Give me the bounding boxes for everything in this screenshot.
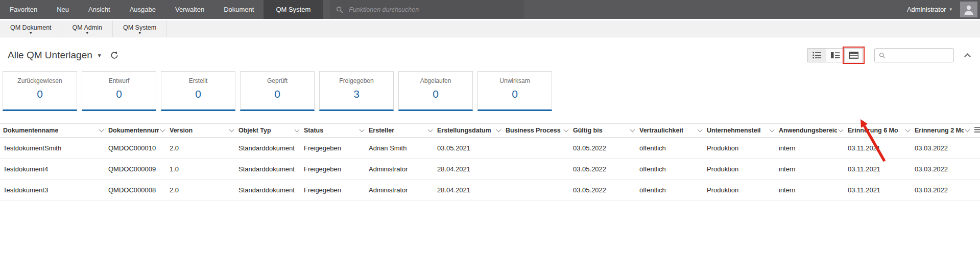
status-card-label: Entwurf xyxy=(109,77,130,84)
table-cell: 03.03.2022 xyxy=(913,180,972,201)
table-cell: Freigegeben xyxy=(302,159,367,180)
table-row[interactable]: Testdokument4QMDOC0000091.0Standarddokum… xyxy=(0,159,980,180)
person-icon xyxy=(963,4,975,16)
column-header-label: Dokumentennummer xyxy=(108,127,159,134)
ribbon-item-qm-admin[interactable]: QM Admin▼ xyxy=(62,20,113,37)
search-icon xyxy=(879,52,886,59)
chevron-down-icon[interactable] xyxy=(229,127,234,132)
chevron-down-icon[interactable] xyxy=(905,127,911,132)
status-card-zurückgewiesen[interactable]: Zurückgewiesen0 xyxy=(3,71,77,111)
column-header-unternehmensteil[interactable]: Unternehmensteil xyxy=(705,124,777,138)
chevron-down-icon[interactable] xyxy=(965,127,970,132)
column-header-label: Version xyxy=(170,127,193,134)
avatar[interactable] xyxy=(960,2,977,17)
chevron-down-icon[interactable] xyxy=(99,127,104,132)
table-options-button[interactable] xyxy=(972,124,980,138)
chevron-down-icon[interactable] xyxy=(360,127,365,132)
ribbon-item-qm-dokument[interactable]: QM Dokument▼ xyxy=(0,20,62,37)
status-card-entwurf[interactable]: Entwurf0 xyxy=(82,71,156,111)
table-cell: 03.05.2022 xyxy=(571,180,637,201)
status-card-freigegeben[interactable]: Freigegeben3 xyxy=(319,71,394,111)
table-cell: Produktion xyxy=(705,159,777,180)
table-search-input[interactable] xyxy=(889,51,949,59)
status-cards: Zurückgewiesen0Entwurf0Erstellt0Geprüft0… xyxy=(0,64,980,111)
table-search[interactable] xyxy=(874,48,954,62)
table-cell: Administrator xyxy=(367,159,435,180)
chevron-down-icon[interactable] xyxy=(564,127,569,132)
column-header-version[interactable]: Version xyxy=(168,124,236,138)
column-header-label: Anwendungsbereich xyxy=(779,127,837,134)
column-header-label: Erstellungsdatum xyxy=(437,127,491,134)
main-content: Alle QM Unterlagen ▼ xyxy=(0,47,980,201)
chevron-down-icon[interactable] xyxy=(295,127,300,132)
content-view-button[interactable] xyxy=(826,48,845,62)
chevron-down-icon[interactable] xyxy=(496,127,501,132)
status-card-label: Unwirksam xyxy=(499,77,530,84)
user-menu[interactable]: Administrator ▾ xyxy=(902,6,957,13)
ribbon-item-label: QM System xyxy=(123,24,156,31)
column-header-erinnerung-6-mo[interactable]: Erinnerung 6 Mo xyxy=(846,124,913,138)
column-header-dokumentenname[interactable]: Dokumentenname xyxy=(0,124,106,138)
chevron-down-icon[interactable] xyxy=(160,127,165,132)
ribbon-item-label: QM Admin xyxy=(73,24,102,31)
status-card-value: 0 xyxy=(37,88,43,100)
function-search[interactable] xyxy=(330,0,524,19)
table-row[interactable]: Testdokument3QMDOC0000082.0Standarddokum… xyxy=(0,180,980,201)
column-header-objekt-typ[interactable]: Objekt Typ xyxy=(236,124,302,138)
table-cell xyxy=(504,180,571,201)
table-cell: 1.0 xyxy=(168,159,236,180)
table-header-row: DokumentennameDokumentennummerVersionObj… xyxy=(0,124,980,138)
chevron-down-icon[interactable] xyxy=(630,127,635,132)
table-cell: Testdokument4 xyxy=(0,159,106,180)
column-header-label: Dokumentenname xyxy=(3,127,58,134)
menu-item-favoriten[interactable]: Favoriten xyxy=(0,0,47,19)
list-view-icon xyxy=(812,52,822,59)
column-header-ersteller[interactable]: Ersteller xyxy=(367,124,435,138)
table-cell: Administrator xyxy=(367,180,435,201)
menu-item-ansicht[interactable]: Ansicht xyxy=(79,0,120,19)
list-view-button[interactable] xyxy=(807,48,826,62)
status-card-unwirksam[interactable]: Unwirksam0 xyxy=(477,71,552,111)
table-cell xyxy=(972,138,980,159)
chevron-down-icon: ▼ xyxy=(29,32,33,35)
column-header-label: Vertraulichkeit xyxy=(639,127,683,134)
chevron-up-icon xyxy=(964,53,971,60)
status-card-erstellt[interactable]: Erstellt0 xyxy=(161,71,235,111)
table-view-button[interactable] xyxy=(844,48,863,62)
table-row[interactable]: TestdokumentSmithQMDOC0000102.0Standardd… xyxy=(0,138,980,159)
ribbon-item-qm-system[interactable]: QM System▼ xyxy=(113,20,167,37)
column-header-gültig-bis[interactable]: Gültig bis xyxy=(571,124,637,138)
column-header-erstellungsdatum[interactable]: Erstellungsdatum xyxy=(435,124,504,138)
view-header: Alle QM Unterlagen ▼ xyxy=(0,47,980,64)
tab-qm-system[interactable]: QM System xyxy=(264,0,323,19)
chevron-down-icon[interactable] xyxy=(839,127,844,132)
menu-item-verwalten[interactable]: Verwalten xyxy=(165,0,214,19)
status-card-value: 0 xyxy=(512,88,518,100)
table-cell: Standarddokument xyxy=(236,180,302,201)
topbar-menu: FavoritenNeuAnsichtAusgabeVerwaltenDokum… xyxy=(0,0,264,19)
column-header-business-process-o[interactable]: Business Process O... xyxy=(504,124,571,138)
column-header-status[interactable]: Status xyxy=(302,124,367,138)
menu-item-ausgabe[interactable]: Ausgabe xyxy=(120,0,165,19)
user-name: Administrator xyxy=(907,6,946,13)
chevron-down-icon[interactable] xyxy=(428,127,433,132)
chevron-down-icon: ▼ xyxy=(138,32,141,35)
table-view-icon xyxy=(849,52,858,59)
refresh-icon[interactable] xyxy=(110,51,118,59)
menu-item-dokument[interactable]: Dokument xyxy=(214,0,264,19)
status-card-abgelaufen[interactable]: Abgelaufen0 xyxy=(398,71,473,111)
chevron-down-icon[interactable] xyxy=(770,127,775,132)
status-card-geprüft[interactable]: Geprüft0 xyxy=(240,71,315,111)
chevron-down-icon[interactable] xyxy=(698,127,703,132)
table-cell: öffentlich xyxy=(637,138,705,159)
collapse-panel-button[interactable] xyxy=(965,52,970,59)
column-header-anwendungsbereich[interactable]: Anwendungsbereich xyxy=(777,124,846,138)
function-search-input[interactable] xyxy=(348,6,518,14)
column-header-erinnerung-2-mo[interactable]: Erinnerung 2 Mo xyxy=(913,124,972,138)
column-header-vertraulichkeit[interactable]: Vertraulichkeit xyxy=(637,124,705,138)
view-tools xyxy=(808,48,972,62)
column-header-dokumentennummer[interactable]: Dokumentennummer xyxy=(106,124,168,138)
view-selector-chevron-icon[interactable]: ▼ xyxy=(97,53,102,58)
page-title: Alle QM Unterlagen xyxy=(8,50,92,61)
menu-item-neu[interactable]: Neu xyxy=(47,0,79,19)
